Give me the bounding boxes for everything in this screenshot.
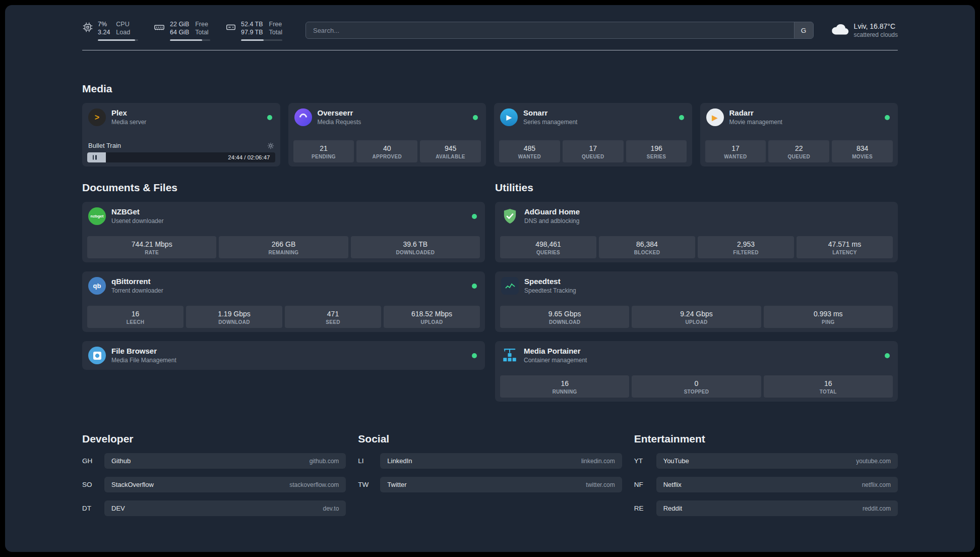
bookmark-link-youtube[interactable]: YouTube youtube.com [656, 453, 898, 469]
section-title-documents: Documents & Files [82, 182, 485, 194]
cpu-load-label: Load [116, 28, 130, 36]
bookmark-link-twitter[interactable]: Twitter twitter.com [380, 477, 622, 492]
service-card-qbittorrent[interactable]: qb qBittorrent Torrent downloader 16LEEC… [82, 271, 485, 332]
stat-tile: 47.571 msLATENCY [797, 236, 893, 258]
stat-tile: 39.6 TBDOWNLOADED [351, 236, 480, 258]
service-desc: Media Requests [318, 119, 361, 127]
service-desc: Speedtest Tracking [524, 287, 576, 295]
disk-progress-bar [241, 39, 282, 41]
service-desc: DNS and adblocking [524, 217, 580, 226]
cpu-load-value: 3.24 [98, 28, 110, 36]
bookmark-name: StackOverflow [111, 481, 154, 488]
service-card-overseerr[interactable]: Overseerr Media Requests 21PENDING 40APP… [288, 103, 486, 166]
search-input[interactable] [306, 22, 794, 38]
bookmark-domain: youtube.com [856, 458, 891, 465]
bookmark-link-linkedin[interactable]: LinkedIn linkedin.com [380, 453, 622, 469]
cloud-icon [831, 23, 849, 38]
service-card-speedtest[interactable]: Speedtest Speedtest Tracking 9.65 GbpsDO… [495, 271, 898, 332]
cpu-widget: 7% 3.24 CPU Load [82, 20, 138, 41]
topbar-divider [82, 50, 898, 51]
bookmark-link-stackoverflow[interactable]: StackOverflow stackoverflow.com [104, 477, 346, 492]
service-card-radarr[interactable]: ▶ Radarr Movie management 17WANTED 22QUE… [700, 103, 898, 166]
playback-progress-bar[interactable]: 24:44 / 02:06:47 [87, 152, 275, 162]
section-media: Media > Plex Media server Bullet Tr [82, 83, 898, 166]
memory-total-value: 64 GiB [170, 28, 189, 36]
bookmark-name: Reddit [663, 505, 683, 512]
service-desc: Movie management [729, 119, 782, 127]
bookmark-link-netflix[interactable]: Netflix netflix.com [656, 477, 898, 492]
sonarr-icon: ▶ [500, 108, 518, 126]
service-card-plex[interactable]: > Plex Media server Bullet Train [82, 103, 280, 166]
bookmark-domain: dev.to [323, 505, 339, 512]
service-card-filebrowser[interactable]: File Browser Media File Management [82, 341, 485, 370]
stat-tile: 40APPROVED [356, 140, 417, 162]
stat-tile: 266 GBREMAINING [219, 236, 348, 258]
bookmark-stackoverflow: SO StackOverflow stackoverflow.com [82, 477, 346, 492]
adguard-shield-icon [501, 207, 519, 225]
stat-tile: 86,384BLOCKED [599, 236, 695, 258]
service-desc: Series management [523, 119, 577, 127]
service-name: Overseerr [318, 108, 361, 118]
status-dot [473, 115, 478, 120]
service-card-sonarr[interactable]: ▶ Sonarr Series management 485WANTED 17Q… [494, 103, 692, 166]
memory-icon [153, 20, 165, 33]
memory-total-label: Total [195, 28, 208, 36]
stat-tile: 196SERIES [626, 140, 687, 162]
bookmark-youtube: YT YouTube youtube.com [634, 453, 898, 469]
weather-widget: Lviv, 16.87°C scattered clouds [831, 22, 898, 38]
section-title-developer: Developer [82, 433, 346, 445]
bookmark-group-social: Social LI LinkedIn linkedin.com TW Twitt… [358, 433, 622, 516]
bookmark-abbr: TW [358, 481, 380, 488]
disk-free-label: Free [269, 20, 282, 28]
service-name: NZBGet [111, 207, 163, 217]
section-documents-files: Documents & Files nzbget NZBGet Usenet d… [82, 182, 485, 370]
bookmark-twitter: TW Twitter twitter.com [358, 477, 622, 492]
bookmark-group-entertainment: Entertainment YT YouTube youtube.com NF … [634, 433, 898, 516]
disk-icon [225, 20, 236, 33]
status-dot [885, 353, 890, 358]
bookmark-domain: github.com [310, 458, 339, 465]
cpu-percent: 7% [98, 20, 110, 28]
search-provider-button[interactable]: G [794, 22, 813, 38]
stat-tile: 1.19 GbpsDOWNLOAD [186, 306, 282, 328]
status-dot [472, 214, 477, 219]
memory-progress-bar [170, 39, 210, 41]
disk-total-value: 97.9 TB [241, 28, 263, 36]
service-card-adguard[interactable]: AdGuard Home DNS and adblocking 498,461Q… [495, 202, 898, 262]
bookmark-abbr: GH [82, 457, 104, 465]
stat-tile: 471SEED [285, 306, 381, 328]
weather-condition: scattered clouds [854, 31, 898, 38]
stat-tile: 485WANTED [499, 140, 560, 162]
bookmark-link-dev[interactable]: DEV dev.to [104, 500, 346, 516]
overseerr-icon [294, 108, 312, 126]
status-dot [885, 115, 890, 120]
memory-free-label: Free [195, 20, 208, 28]
bookmark-netflix: NF Netflix netflix.com [634, 477, 898, 492]
service-name: qBittorrent [111, 277, 163, 287]
service-desc: Container management [524, 357, 587, 365]
playback-time: 24:44 / 02:06:47 [228, 154, 270, 160]
bookmark-name: Twitter [387, 481, 406, 488]
bookmark-domain: reddit.com [863, 505, 891, 512]
bookmark-abbr: YT [634, 457, 656, 465]
status-dot [472, 284, 477, 289]
bookmark-link-github[interactable]: Github github.com [104, 453, 346, 469]
stat-tile: 17WANTED [705, 140, 766, 162]
section-title-utilities: Utilities [495, 182, 898, 194]
stat-tile: 16TOTAL [764, 375, 893, 398]
stat-tile: 834MOVIES [832, 140, 893, 162]
bookmark-link-reddit[interactable]: Reddit reddit.com [656, 500, 898, 516]
bookmark-name: DEV [111, 505, 125, 512]
section-utilities: Utilities AdGuard Home [495, 182, 898, 402]
service-card-portainer[interactable]: Media Portainer Container management 16R… [495, 341, 898, 402]
radarr-icon: ▶ [706, 108, 724, 126]
stat-tile: 945AVAILABLE [420, 140, 481, 162]
section-title-entertainment: Entertainment [634, 433, 898, 445]
pause-icon[interactable] [92, 155, 97, 160]
cpu-progress-bar [98, 39, 138, 41]
service-name: Sonarr [523, 108, 577, 118]
disk-free-value: 52.4 TB [241, 20, 263, 28]
gear-icon[interactable] [267, 142, 274, 149]
disk-widget: 52.4 TB 97.9 TB Free Total [225, 20, 282, 41]
service-card-nzbget[interactable]: nzbget NZBGet Usenet downloader 744.21 M… [82, 202, 485, 262]
